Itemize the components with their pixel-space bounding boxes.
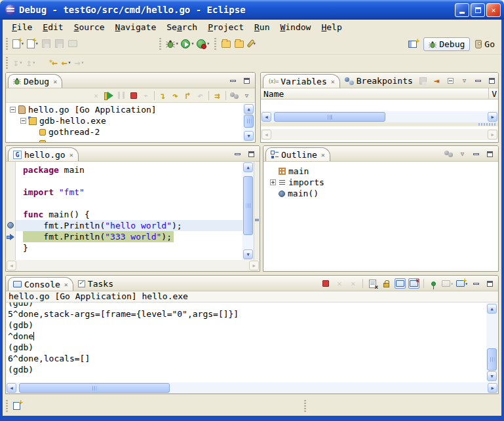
view-minimize-button[interactable] (471, 149, 482, 159)
external-tools-button[interactable]: ▾ (195, 37, 211, 51)
menu-source[interactable]: Source (69, 21, 110, 33)
code-line[interactable] (16, 175, 242, 187)
view-minimize-button[interactable] (471, 278, 482, 289)
scroll-up-button[interactable]: ▲ (244, 104, 254, 114)
tab-breakpoints[interactable]: Breakpoints (340, 74, 417, 88)
tab-console[interactable]: Console ✕ (8, 277, 73, 291)
code-line[interactable]: fmt.Println("hello world"); (16, 220, 242, 231)
editor-gutter[interactable] (6, 162, 16, 260)
editor-vertical-scrollbar[interactable]: ▲ ▼ (242, 162, 254, 260)
menu-search[interactable]: Search (161, 21, 203, 33)
suspend-button[interactable] (115, 90, 126, 101)
detail-pane-sash[interactable] (261, 122, 498, 126)
use-step-filters-button[interactable]: ⇉ (212, 90, 223, 101)
run-button[interactable]: ▾ (180, 37, 195, 51)
tab-outline[interactable]: Outline ✕ (265, 147, 330, 161)
code-line[interactable]: import "fmt" (16, 187, 242, 198)
minimize-button[interactable] (455, 3, 469, 17)
code-line[interactable] (16, 198, 242, 209)
open-perspective-button[interactable] (407, 39, 418, 50)
scroll-down-button[interactable]: ▼ (487, 371, 497, 381)
debug-tree-row[interactable]: gothread-2 (9, 126, 255, 137)
scroll-up-button[interactable]: ▲ (243, 162, 253, 172)
fast-view-button[interactable] (11, 401, 22, 411)
title-bar[interactable]: Debug - testGo/src/cmd/hello.go - Eclips… (0, 0, 504, 20)
scroll-right-button[interactable]: ▶ (488, 112, 497, 122)
expander-icon[interactable] (10, 107, 16, 113)
step-into-button[interactable]: ↴ (157, 90, 168, 101)
debug-tree-row[interactable]: gdb-hello.exe (9, 115, 255, 126)
view-menu-button[interactable]: ▽ (241, 90, 252, 101)
console-horizontal-scrollbar[interactable]: ◀ ▶ (6, 382, 498, 394)
view-menu-button[interactable]: ▽ (459, 75, 470, 86)
gutter-cell[interactable] (6, 220, 15, 231)
previous-annotation-button[interactable]: ↥▾ (24, 56, 37, 70)
outline-options-button[interactable] (443, 149, 454, 159)
code-line[interactable]: func main() { (16, 209, 242, 220)
step-return-button[interactable]: ↱ (182, 90, 193, 101)
console-output[interactable]: (gdb) 5^done,stack-args=[frame={level="0… (6, 302, 498, 382)
scroll-thumb[interactable] (243, 176, 253, 235)
close-icon[interactable]: ✕ (53, 78, 57, 85)
name-column-header[interactable]: Name (263, 89, 284, 99)
debug-vertical-scrollbar[interactable]: ▲ ▼ (243, 103, 254, 141)
code-line[interactable]: } (16, 242, 242, 253)
dropdown-icon[interactable]: ▾ (206, 41, 210, 46)
resume-button[interactable] (103, 90, 114, 101)
variables-empty-row[interactable] (261, 100, 498, 111)
tab-variables[interactable]: (x)= Variables ✕ (263, 74, 340, 88)
show-type-names-button[interactable] (417, 75, 429, 86)
view-minimize-button[interactable] (473, 75, 484, 86)
show-stdout-button[interactable] (395, 278, 406, 289)
value-column-header[interactable]: V (488, 88, 498, 99)
scroll-left-button[interactable]: ◀ (262, 112, 271, 122)
close-icon[interactable]: ✕ (64, 281, 68, 288)
scroll-lock-button[interactable] (381, 278, 392, 289)
step-over-button[interactable]: ↷ (170, 90, 181, 101)
menu-run[interactable]: Run (249, 21, 275, 33)
print-button[interactable] (66, 37, 79, 51)
show-stderr-button[interactable] (408, 278, 419, 289)
dropdown-icon[interactable]: ▾ (176, 41, 179, 46)
clear-console-button[interactable] (367, 278, 378, 289)
close-icon[interactable]: ✕ (321, 151, 325, 158)
scroll-left-button[interactable]: ◀ (7, 383, 16, 393)
tab-tasks[interactable]: Tasks (73, 277, 118, 291)
debug-tree-row[interactable]: hello.go [Go Application] (9, 104, 255, 115)
back-button[interactable]: ←▾ (60, 56, 73, 70)
menu-project[interactable]: Project (203, 21, 249, 33)
maximize-button[interactable] (471, 3, 485, 17)
scroll-down-button[interactable]: ▼ (243, 249, 253, 259)
forward-button[interactable]: →▾ (73, 56, 86, 70)
save-button[interactable] (40, 37, 53, 51)
close-icon[interactable]: ✕ (69, 151, 73, 158)
open-type-button[interactable] (220, 37, 233, 51)
outline-row[interactable]: imports (269, 177, 498, 188)
scroll-thumb[interactable] (19, 383, 170, 393)
outline-row[interactable]: main() (269, 188, 498, 199)
scroll-down-button[interactable]: ▼ (244, 131, 254, 141)
debug-tree-row[interactable] (9, 137, 255, 142)
remove-launch-button[interactable]: ✕ (334, 278, 345, 289)
view-maximize-button[interactable] (484, 278, 495, 289)
save-all-button[interactable] (53, 37, 66, 51)
dropdown-icon[interactable]: ▾ (20, 60, 23, 65)
collapse-all-button[interactable] (445, 75, 456, 86)
close-button[interactable]: ✕ (486, 3, 501, 17)
outline-row[interactable]: main (269, 166, 498, 177)
toolbar-drag-handle[interactable] (6, 38, 8, 50)
terminate-button[interactable] (128, 90, 139, 101)
debug-view-options-button[interactable] (229, 90, 240, 101)
gutter-cell[interactable] (6, 231, 15, 242)
terminate-button[interactable] (320, 278, 331, 289)
code-line[interactable]: fmt.Println("333 world"); (16, 231, 242, 242)
menu-navigate[interactable]: Navigate (110, 21, 162, 33)
view-menu-button[interactable]: ▽ (457, 149, 468, 159)
scroll-thumb[interactable] (274, 112, 385, 122)
remove-all-terminated-button[interactable]: ✕ (90, 90, 102, 101)
expander-icon[interactable] (20, 118, 26, 124)
tab-debug[interactable]: Debug ✕ (8, 74, 62, 88)
dropdown-icon[interactable]: ▾ (191, 41, 194, 46)
scroll-thumb[interactable] (487, 348, 497, 371)
drop-to-frame-button[interactable]: ↶ (195, 90, 206, 101)
